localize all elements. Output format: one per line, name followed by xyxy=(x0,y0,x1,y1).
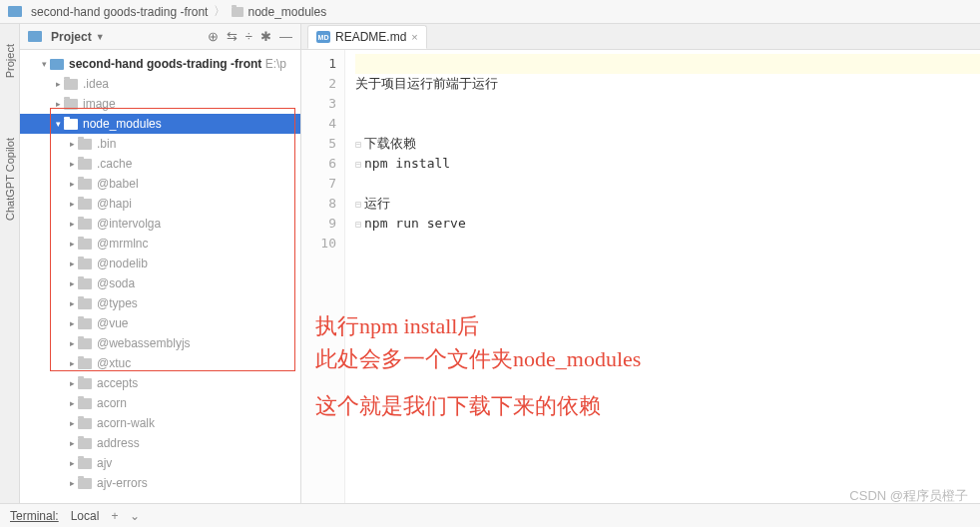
chevron-right-icon: ▸ xyxy=(66,219,78,229)
fold-icon: ⊟ xyxy=(355,199,361,210)
editor-area: MD README.md × 12345678910 关于项目运行前端于运行⊟下… xyxy=(301,24,980,503)
folder-icon xyxy=(78,199,92,210)
annotation-text: 执行npm install后 此处会多一个文件夹node_modules 这个就… xyxy=(315,309,641,422)
expand-all-icon[interactable]: ⇆ xyxy=(227,29,238,44)
project-tree[interactable]: ▾ second-hand goods-trading -front E:\p … xyxy=(20,50,300,503)
code-line[interactable] xyxy=(355,234,980,254)
panel-header: Project ▼ ⊕ ⇆ ÷ ✱ — xyxy=(20,24,300,50)
tree-root-label: second-hand goods-trading -front xyxy=(69,57,261,71)
project-icon xyxy=(8,6,22,17)
tree-root[interactable]: ▾ second-hand goods-trading -front E:\p xyxy=(20,54,300,74)
chevron-right-icon: ▸ xyxy=(52,79,64,89)
tree-item[interactable]: ▸@xtuc xyxy=(20,353,300,373)
tab-label: README.md xyxy=(335,30,406,44)
tree-item[interactable]: ▸@babel xyxy=(20,174,300,194)
folder-icon xyxy=(64,99,78,110)
panel-title[interactable]: Project ▼ xyxy=(28,30,105,44)
folder-icon xyxy=(78,398,92,409)
tree-item[interactable]: ▸@webassemblyjs xyxy=(20,333,300,353)
code-line[interactable] xyxy=(355,114,980,134)
tree-item-label: .cache xyxy=(97,157,132,171)
tree-item-label: @xtuc xyxy=(97,356,131,370)
tree-item[interactable]: ▸@nodelib xyxy=(20,254,300,273)
code-line[interactable]: ⊟下载依赖 xyxy=(355,134,980,154)
code-line[interactable]: ⊟npm run serve xyxy=(355,214,980,234)
tree-item[interactable]: ▸@mrmlnc xyxy=(20,234,300,254)
gutter-project-tab[interactable]: Project xyxy=(4,44,16,78)
tree-item[interactable]: ▸address xyxy=(20,433,300,453)
folder-icon xyxy=(78,478,92,489)
settings-icon[interactable]: ✱ xyxy=(260,29,271,44)
tree-item[interactable]: ▸ajv-errors xyxy=(20,473,300,493)
breadcrumb-current-label: node_modules xyxy=(247,5,326,19)
chevron-right-icon: ▸ xyxy=(66,358,78,368)
chevron-right-icon: ▸ xyxy=(66,458,78,468)
chevron-right-icon: ▸ xyxy=(66,199,78,209)
tree-item[interactable]: ▸@vue xyxy=(20,313,300,333)
chevron-right-icon: ▸ xyxy=(52,99,64,109)
tree-item-label: @babel xyxy=(97,177,139,191)
gutter-copilot-tab[interactable]: ChatGPT Copilot xyxy=(4,138,16,221)
tree-item-label: @soda xyxy=(97,276,135,290)
tree-item[interactable]: ▸acorn-walk xyxy=(20,413,300,433)
tree-item-node-modules[interactable]: ▾ node_modules xyxy=(20,114,300,134)
chevron-right-icon: ▸ xyxy=(66,278,78,288)
bottom-bar: Terminal: Local + ⌄ xyxy=(0,503,980,527)
folder-icon xyxy=(78,458,92,469)
code-line[interactable]: ⊟运行 xyxy=(355,194,980,214)
chevron-down-icon[interactable]: ⌄ xyxy=(130,509,140,523)
breadcrumb-root[interactable]: second-hand goods-trading -front xyxy=(8,5,208,19)
line-gutter: 12345678910 xyxy=(301,50,345,503)
code-line[interactable]: ⊟npm install xyxy=(355,154,980,174)
tree-item-label: ajv xyxy=(97,456,112,470)
code-line[interactable] xyxy=(355,94,980,114)
tree-item[interactable]: ▸@intervolga xyxy=(20,214,300,234)
project-icon xyxy=(28,31,42,42)
folder-icon xyxy=(78,179,92,190)
folder-icon xyxy=(78,159,92,170)
project-panel: Project ▼ ⊕ ⇆ ÷ ✱ — ▾ second-hand goods-… xyxy=(20,24,301,503)
tree-item[interactable]: ▸@hapi xyxy=(20,194,300,214)
breadcrumb-root-label: second-hand goods-trading -front xyxy=(31,5,208,19)
tree-item-label: @mrmlnc xyxy=(97,237,149,251)
folder-icon xyxy=(78,219,92,230)
tree-item[interactable]: ▸.bin xyxy=(20,134,300,154)
close-icon[interactable]: × xyxy=(411,31,417,43)
tree-item-label: node_modules xyxy=(83,117,162,131)
folder-icon xyxy=(78,438,92,449)
select-opened-file-icon[interactable]: ⊕ xyxy=(208,29,219,44)
chevron-right-icon: ▸ xyxy=(66,398,78,408)
collapse-all-icon[interactable]: ÷ xyxy=(245,29,252,44)
tree-item[interactable]: ▸.cache xyxy=(20,154,300,174)
tree-item-idea[interactable]: ▸ .idea xyxy=(20,74,300,94)
tree-item[interactable]: ▸acorn xyxy=(20,393,300,413)
folder-icon xyxy=(78,239,92,250)
add-terminal-icon[interactable]: + xyxy=(111,509,118,523)
tree-item[interactable]: ▸accepts xyxy=(20,373,300,393)
tree-item-label: acorn-walk xyxy=(97,416,155,430)
terminal-local-tab[interactable]: Local xyxy=(71,509,100,523)
tab-readme[interactable]: MD README.md × xyxy=(307,25,427,49)
tree-item-label: ajv-errors xyxy=(97,476,148,490)
breadcrumb-current[interactable]: node_modules xyxy=(232,5,326,19)
code-editor[interactable]: 关于项目运行前端于运行⊟下载依赖⊟npm install⊟运行⊟npm run … xyxy=(345,50,980,503)
tree-item-image[interactable]: ▸ image xyxy=(20,94,300,114)
chevron-down-icon: ▾ xyxy=(38,59,50,69)
tree-item-label: acorn xyxy=(97,396,127,410)
terminal-label[interactable]: Terminal: xyxy=(10,509,59,523)
folder-icon xyxy=(78,338,92,349)
tree-item[interactable]: ▸ajv xyxy=(20,453,300,473)
tree-root-path: E:\p xyxy=(261,57,286,71)
hide-panel-icon[interactable]: — xyxy=(279,29,292,44)
tree-item[interactable]: ▸@soda xyxy=(20,273,300,293)
fold-icon: ⊟ xyxy=(355,219,361,230)
tree-item-label: @hapi xyxy=(97,197,132,211)
tree-item[interactable]: ▸@types xyxy=(20,293,300,313)
code-line[interactable] xyxy=(355,54,980,74)
tree-item-label: image xyxy=(83,97,116,111)
chevron-right-icon: ▸ xyxy=(66,259,78,268)
chevron-right-icon: ▸ xyxy=(66,179,78,189)
code-line[interactable] xyxy=(355,174,980,194)
folder-icon xyxy=(78,418,92,429)
code-line[interactable]: 关于项目运行前端于运行 xyxy=(355,74,980,94)
